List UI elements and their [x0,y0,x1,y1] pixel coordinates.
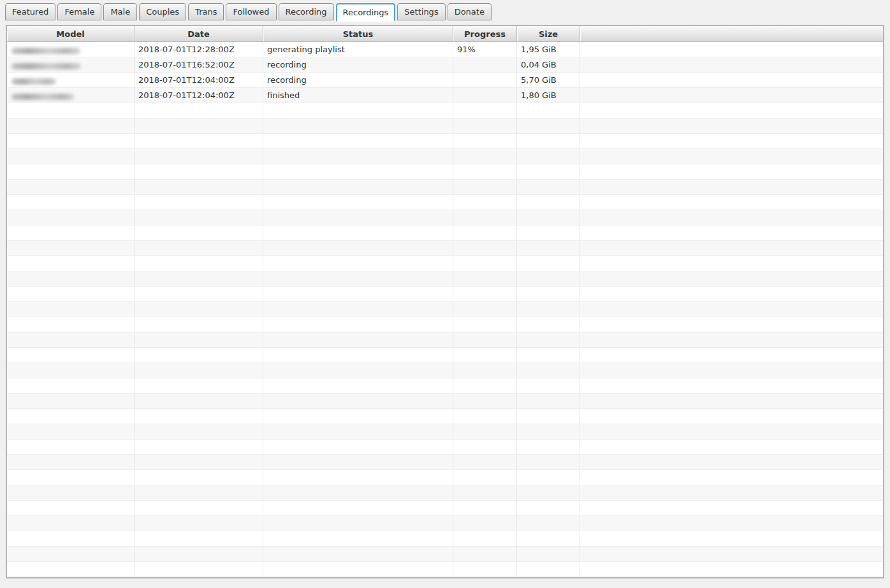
empty-table-row [7,531,883,547]
empty-cell [135,195,263,210]
empty-cell [580,424,883,440]
tab-donate[interactable]: Donate [448,3,492,20]
column-header-extra[interactable] [580,26,883,42]
empty-cell [135,333,263,348]
cell-size: 1,80 GiB [517,88,580,103]
cell-extra [580,73,883,88]
empty-cell [580,118,883,134]
empty-table-row [7,485,883,501]
recordings-table: ModelDateStatusProgressSize 2018-07-01T1… [7,26,883,577]
cell-progress [453,88,517,103]
empty-cell [7,118,135,134]
empty-cell [135,210,263,226]
column-header-size[interactable]: Size [517,26,580,42]
table-row[interactable]: 2018-07-01T12:04:00Zfinished1,80 GiB [7,88,883,103]
empty-cell [453,134,517,149]
empty-cell [135,485,263,501]
empty-cell [580,195,883,210]
empty-cell [7,501,135,516]
cell-status: generating playlist [263,42,453,57]
column-header-date[interactable]: Date [135,26,263,42]
tab-male[interactable]: Male [103,3,137,20]
empty-cell [517,118,580,134]
empty-cell [263,118,453,134]
empty-cell [135,394,263,409]
empty-cell [135,531,263,547]
empty-cell [263,210,453,226]
empty-cell [517,501,580,516]
column-header-status[interactable]: Status [263,26,453,42]
empty-cell [517,149,580,164]
empty-cell [517,424,580,440]
table-row[interactable]: 2018-07-01T16:52:00Zrecording0,04 GiB [7,57,883,73]
cell-date: 2018-07-01T12:04:00Z [135,73,263,88]
tab-recording[interactable]: Recording [279,3,334,20]
empty-cell [7,531,135,547]
table-row[interactable]: 2018-07-01T12:28:00Zgenerating playlist9… [7,42,883,57]
empty-cell [580,440,883,455]
empty-cell [580,378,883,394]
empty-cell [135,409,263,424]
empty-cell [453,256,517,271]
table-row[interactable]: 2018-07-01T12:04:00Zrecording5,70 GiB [7,73,883,88]
empty-table-row [7,455,883,470]
empty-table-row [7,256,883,271]
empty-cell [263,195,453,210]
cell-status: recording [263,73,453,88]
empty-cell [517,164,580,180]
tab-recordings[interactable]: Recordings [336,3,396,22]
empty-cell [453,333,517,348]
empty-cell [135,363,263,378]
cell-size: 5,70 GiB [517,73,580,88]
cell-status: recording [263,57,453,73]
table-header-row: ModelDateStatusProgressSize [7,26,883,42]
cell-date: 2018-07-01T12:28:00Z [135,42,263,57]
empty-cell [580,103,883,118]
column-header-progress[interactable]: Progress [453,26,517,42]
empty-cell [263,256,453,271]
tab-featured[interactable]: Featured [5,3,55,20]
empty-cell [263,149,453,164]
empty-cell [580,455,883,470]
cell-model [7,57,135,73]
empty-cell [453,531,517,547]
empty-cell [263,424,453,440]
tab-followed[interactable]: Followed [226,3,276,20]
empty-cell [263,241,453,256]
empty-cell [453,394,517,409]
cell-size: 0,04 GiB [517,57,580,73]
cell-extra [580,88,883,103]
empty-cell [7,455,135,470]
empty-table-row [7,378,883,394]
empty-cell [517,455,580,470]
tab-female[interactable]: Female [57,3,101,20]
cell-extra [580,57,883,73]
empty-table-row [7,363,883,378]
empty-table-row [7,134,883,149]
empty-cell [580,134,883,149]
empty-cell [453,562,517,577]
column-header-model[interactable]: Model [7,26,135,42]
empty-cell [453,164,517,180]
empty-cell [517,485,580,501]
empty-cell [453,424,517,440]
tab-settings[interactable]: Settings [397,3,445,20]
empty-cell [453,516,517,531]
tab-couples[interactable]: Couples [139,3,186,20]
empty-table-row [7,440,883,455]
empty-cell [135,256,263,271]
empty-cell [453,226,517,241]
empty-cell [7,409,135,424]
redacted-model-name [11,94,74,100]
empty-table-row [7,409,883,424]
empty-cell [263,134,453,149]
empty-cell [7,226,135,241]
empty-cell [135,547,263,562]
tab-trans[interactable]: Trans [188,3,224,20]
empty-cell [7,424,135,440]
empty-table-row [7,562,883,577]
cell-size: 1,95 GiB [517,42,580,57]
empty-cell [517,241,580,256]
empty-cell [580,256,883,271]
empty-cell [580,501,883,516]
